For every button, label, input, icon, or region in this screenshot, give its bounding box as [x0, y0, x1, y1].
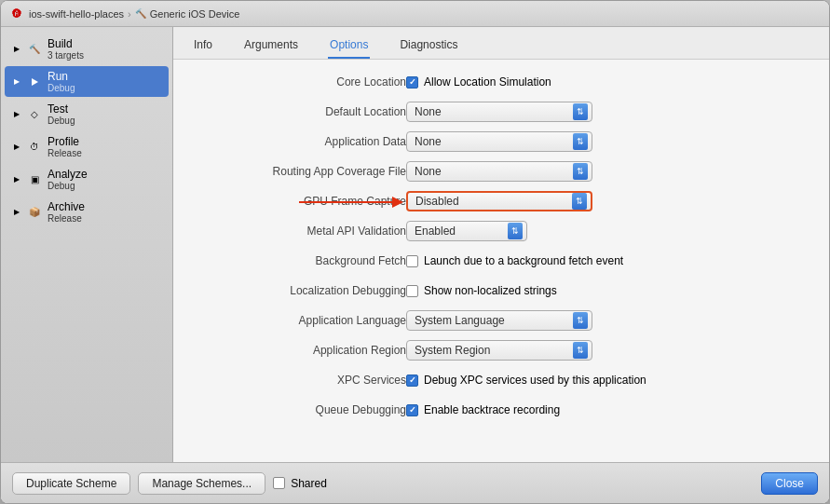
run-name: Run — [48, 70, 75, 83]
shared-checkbox[interactable] — [273, 477, 285, 489]
background-fetch-checkbox[interactable] — [406, 255, 418, 267]
language-arrows-icon: ⇅ — [573, 312, 588, 329]
test-icon: ◇ — [27, 107, 42, 122]
xpc-services-checkbox[interactable] — [406, 375, 418, 387]
archive-sub: Release — [48, 213, 85, 224]
manage-schemes-button[interactable]: Manage Schemes... — [138, 472, 265, 495]
form-content: Core Location Allow Location Simulation … — [173, 60, 829, 462]
app-language-value: System Language — [415, 314, 573, 327]
select-arrows-icon: ⇅ — [573, 103, 588, 120]
build-name: Build — [48, 37, 84, 50]
duplicate-scheme-button[interactable]: Duplicate Scheme — [12, 472, 130, 495]
metal-api-select[interactable]: Enabled ⇅ — [406, 221, 527, 241]
gpu-frame-capture-row: GPU Frame Capture Disable — [192, 190, 810, 212]
localization-debug-cb-label: Show non-localized strings — [424, 284, 557, 297]
default-location-row: Default Location None ⇅ — [192, 101, 810, 123]
core-location-control: Allow Location Simulation — [406, 75, 810, 89]
background-fetch-cb-label: Launch due to a background fetch event — [424, 254, 623, 267]
queue-debug-checkbox-area: Enable backtrace recording — [406, 403, 560, 416]
sidebar: ▶ 🔨 Build 3 targets ▶ Run Debug ▶ — [1, 27, 173, 462]
routing-coverage-row: Routing App Coverage File None ⇅ — [192, 160, 810, 183]
tab-arguments[interactable]: Arguments — [242, 34, 300, 59]
profile-sub: Release — [48, 148, 82, 158]
content-panel: Info Arguments Options Diagnostics Core … — [173, 27, 829, 462]
sidebar-item-build[interactable]: ▶ 🔨 Build 3 targets — [5, 34, 169, 64]
region-arrows-icon: ⇅ — [573, 342, 588, 359]
app-language-select[interactable]: System Language ⇅ — [406, 310, 592, 331]
profile-icon: ⏱ — [27, 140, 42, 155]
default-location-select[interactable]: None ⇅ — [406, 102, 592, 122]
application-data-select[interactable]: None ⇅ — [406, 131, 592, 152]
app-region-value: System Region — [415, 344, 573, 357]
localization-debug-checkbox[interactable] — [406, 285, 418, 297]
background-fetch-row: Background Fetch Launch due to a backgro… — [192, 250, 810, 272]
app-language-control: System Language ⇅ — [406, 310, 810, 331]
background-fetch-label: Background Fetch — [192, 254, 406, 267]
run-icon — [27, 75, 42, 89]
gpu-frame-capture-select[interactable]: Disabled ⇅ — [406, 191, 592, 211]
sidebar-item-analyze[interactable]: ▶ ▣ Analyze Debug — [5, 164, 169, 195]
sidebar-item-archive[interactable]: ▶ 📦 Archive Release — [5, 197, 169, 227]
application-data-value: None — [415, 135, 573, 148]
build-arrow-icon: ▶ — [12, 45, 21, 54]
app-region-select[interactable]: System Region ⇅ — [406, 340, 592, 361]
localization-debug-control: Show non-localized strings — [406, 284, 810, 297]
metal-api-control: Enabled ⇅ — [406, 221, 810, 241]
default-location-value: None — [415, 105, 573, 118]
project-name: ios-swift-hello-places — [29, 8, 124, 20]
routing-coverage-select[interactable]: None ⇅ — [406, 161, 592, 182]
build-text: Build 3 targets — [48, 37, 84, 61]
run-text: Run Debug — [48, 70, 75, 93]
default-location-label: Default Location — [192, 105, 406, 118]
run-arrow-icon: ▶ — [12, 77, 21, 87]
tabs-bar: Info Arguments Options Diagnostics — [173, 27, 829, 60]
main-area: ▶ 🔨 Build 3 targets ▶ Run Debug ▶ — [1, 27, 829, 462]
close-button[interactable]: Close — [761, 472, 818, 495]
tab-options[interactable]: Options — [328, 34, 370, 59]
allow-location-label: Allow Location Simulation — [424, 75, 551, 89]
test-arrow-icon: ▶ — [12, 110, 21, 119]
xpc-services-cb-label: Debug XPC services used by this applicat… — [424, 374, 646, 387]
profile-name: Profile — [48, 135, 82, 148]
analyze-name: Analyze — [48, 168, 88, 181]
queue-debug-control: Enable backtrace recording — [406, 403, 810, 416]
tab-info[interactable]: Info — [192, 34, 214, 59]
tab-diagnostics[interactable]: Diagnostics — [398, 34, 459, 59]
allow-location-checkbox[interactable] — [406, 76, 418, 89]
localization-debug-label: Localization Debugging — [192, 284, 406, 297]
xpc-services-label: XPC Services — [192, 374, 406, 387]
analyze-arrow-icon: ▶ — [12, 175, 21, 184]
shared-area: Shared — [273, 477, 327, 490]
profile-text: Profile Release — [48, 135, 82, 158]
gpu-frame-capture-value: Disabled — [415, 195, 572, 208]
build-sub: 3 targets — [48, 50, 84, 61]
app-data-arrows-icon: ⇅ — [573, 133, 588, 150]
test-name: Test — [48, 102, 75, 116]
device-icon: 🔨 — [135, 8, 146, 19]
app-region-control: System Region ⇅ — [406, 340, 810, 361]
routing-coverage-control: None ⇅ — [406, 161, 810, 182]
metal-arrows-icon: ⇅ — [508, 223, 523, 239]
analyze-text: Analyze Debug — [48, 168, 88, 191]
sidebar-item-profile[interactable]: ▶ ⏱ Profile Release — [5, 131, 169, 162]
bottom-bar: Duplicate Scheme Manage Schemes... Share… — [1, 462, 829, 503]
shared-label: Shared — [291, 477, 327, 490]
run-sub: Debug — [48, 83, 75, 93]
metal-api-label: Metal API Validation — [192, 225, 406, 238]
xpc-checkbox-area: Debug XPC services used by this applicat… — [406, 374, 646, 387]
queue-debug-cb-label: Enable backtrace recording — [424, 403, 560, 416]
allow-location-checkbox-area: Allow Location Simulation — [406, 75, 551, 89]
red-arrow-annotation — [290, 191, 411, 213]
sidebar-item-test[interactable]: ▶ ◇ Test Debug — [5, 99, 169, 129]
sidebar-item-run[interactable]: ▶ Run Debug — [5, 66, 169, 97]
metal-api-value: Enabled — [415, 225, 508, 238]
app-region-row: Application Region System Region ⇅ — [192, 339, 810, 361]
build-icon: 🔨 — [27, 42, 42, 57]
default-location-control: None ⇅ — [406, 102, 810, 122]
localization-debug-checkbox-area: Show non-localized strings — [406, 284, 557, 297]
metal-api-row: Metal API Validation Enabled ⇅ — [192, 220, 810, 242]
analyze-sub: Debug — [48, 181, 88, 191]
archive-name: Archive — [48, 200, 85, 213]
core-location-row: Core Location Allow Location Simulation — [192, 71, 810, 93]
queue-debug-checkbox[interactable] — [406, 404, 418, 416]
